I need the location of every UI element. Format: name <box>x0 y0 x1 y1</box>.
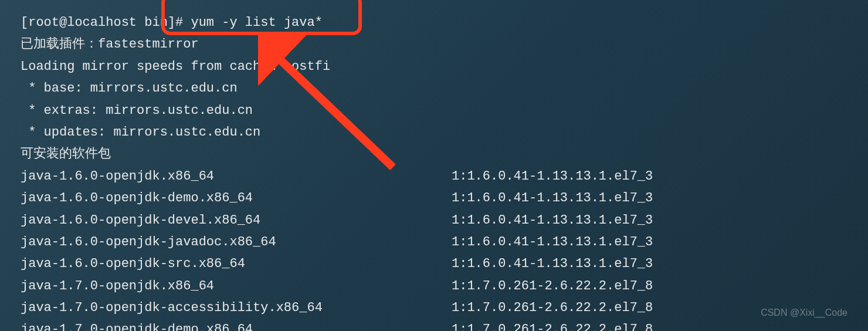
output-line: 可安装的软件包 <box>21 143 847 165</box>
package-version: 1:1.6.0.41-1.13.13.1.el7_3 <box>452 187 653 209</box>
package-version: 1:1.7.0.261-2.6.22.2.el7_8 <box>452 275 653 297</box>
prompt: [root@localhost bin]# <box>21 15 191 30</box>
package-row: java-1.6.0-openjdk-demo.x86_64 1:1.6.0.4… <box>21 187 847 209</box>
package-name: java-1.7.0-openjdk.x86_64 <box>21 275 452 297</box>
package-row: java-1.7.0-openjdk-accessibility.x86_64 … <box>21 297 847 319</box>
output-line: * updates: mirrors.ustc.edu.cn <box>21 121 847 143</box>
package-row: java-1.7.0-openjdk.x86_64 1:1.7.0.261-2.… <box>21 275 847 297</box>
output-line: * base: mirrors.ustc.edu.cn <box>21 77 847 99</box>
package-name: java-1.7.0-openjdk-accessibility.x86_64 <box>21 297 452 319</box>
package-version: 1:1.7.0.261-2.6.22.2.el7_8 <box>452 297 653 319</box>
output-line: * extras: mirrors.ustc.edu.cn <box>21 100 847 121</box>
watermark: CSDN @Xixi__Code <box>761 305 847 320</box>
package-row: java-1.6.0-openjdk-devel.x86_64 1:1.6.0.… <box>21 210 847 231</box>
package-row: java-1.6.0-openjdk-src.x86_64 1:1.6.0.41… <box>21 253 847 275</box>
package-row: java-1.6.0-openjdk.x86_64 1:1.6.0.41-1.1… <box>21 166 847 187</box>
package-version: 1:1.6.0.41-1.13.13.1.el7_3 <box>452 210 653 231</box>
output-line: 已加载插件：fastestmirror <box>21 33 847 55</box>
package-name: java-1.6.0-openjdk.x86_64 <box>21 166 452 187</box>
package-name: java-1.6.0-openjdk-src.x86_64 <box>21 253 452 275</box>
package-row: java-1.6.0-openjdk-javadoc.x86_64 1:1.6.… <box>21 231 847 253</box>
command-text: yum -y list java* <box>191 15 322 30</box>
package-version: 1:1.6.0.41-1.13.13.1.el7_3 <box>452 166 653 187</box>
package-name: java-1.6.0-openjdk-javadoc.x86_64 <box>21 231 452 253</box>
package-version: 1:1.6.0.41-1.13.13.1.el7_3 <box>452 231 653 253</box>
package-version: 1:1.6.0.41-1.13.13.1.el7_3 <box>452 253 653 275</box>
package-version: 1:1.7.0.261-2.6.22.2.el7_8 <box>452 319 653 331</box>
package-name: java-1.6.0-openjdk-devel.x86_64 <box>21 210 452 231</box>
package-row: java-1.7.0-openjdk-demo.x86_64 1:1.7.0.2… <box>21 319 847 331</box>
output-line: Loading mirror speeds from cached hostfi <box>21 56 847 77</box>
package-name: java-1.7.0-openjdk-demo.x86_64 <box>21 319 452 331</box>
command-line: [root@localhost bin]# yum -y list java* <box>21 12 847 33</box>
package-name: java-1.6.0-openjdk-demo.x86_64 <box>21 187 452 209</box>
